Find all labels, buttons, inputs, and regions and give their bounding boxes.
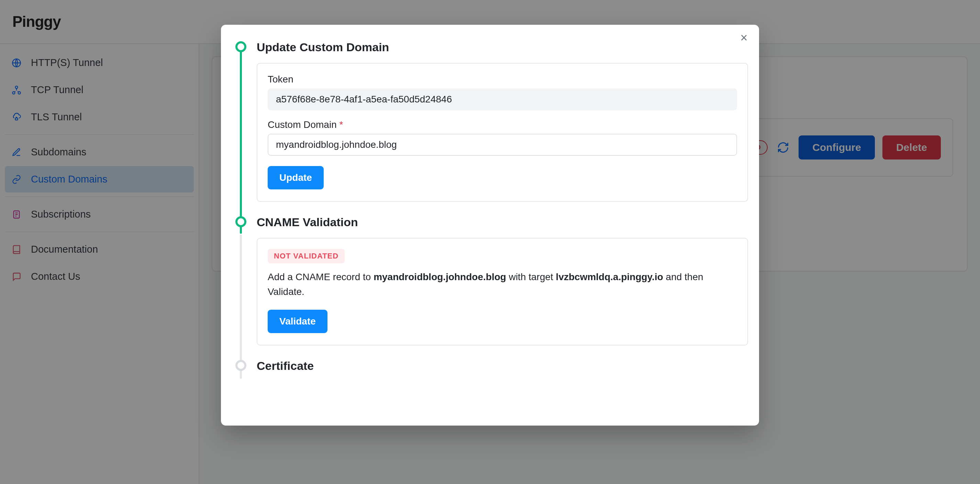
- token-field: [268, 88, 737, 110]
- cname-instruction: Add a CNAME record to myandroidblog.john…: [268, 269, 737, 299]
- update-button[interactable]: Update: [268, 166, 324, 189]
- token-label: Token: [268, 74, 737, 85]
- step-cname-validation: CNAME Validation NOT VALIDATED Add a CNA…: [257, 215, 748, 345]
- step-dot-icon: [235, 216, 247, 227]
- domain-label: Custom Domain *: [268, 119, 737, 130]
- modal-overlay[interactable]: × Update Custom Domain Token Custom Doma…: [0, 0, 980, 484]
- step-title: CNAME Validation: [257, 215, 748, 229]
- validate-button[interactable]: Validate: [268, 310, 328, 333]
- step-panel: Token Custom Domain * Update: [257, 63, 748, 202]
- custom-domain-input[interactable]: [268, 134, 737, 156]
- step-dot-icon: [235, 41, 247, 52]
- timeline-segment-pending: [240, 234, 242, 379]
- custom-domain-modal: × Update Custom Domain Token Custom Doma…: [221, 25, 759, 425]
- step-dot-icon: [235, 360, 247, 371]
- timeline-segment-done: [240, 48, 242, 234]
- domain-label-text: Custom Domain: [268, 119, 337, 130]
- required-asterisk: *: [339, 119, 343, 130]
- step-panel: NOT VALIDATED Add a CNAME record to myan…: [257, 238, 748, 345]
- step-update-domain: Update Custom Domain Token Custom Domain…: [257, 41, 748, 202]
- validation-status-chip: NOT VALIDATED: [268, 249, 345, 263]
- step-title: Update Custom Domain: [257, 41, 748, 54]
- step-certificate: Certificate: [257, 359, 748, 373]
- step-title: Certificate: [257, 359, 748, 373]
